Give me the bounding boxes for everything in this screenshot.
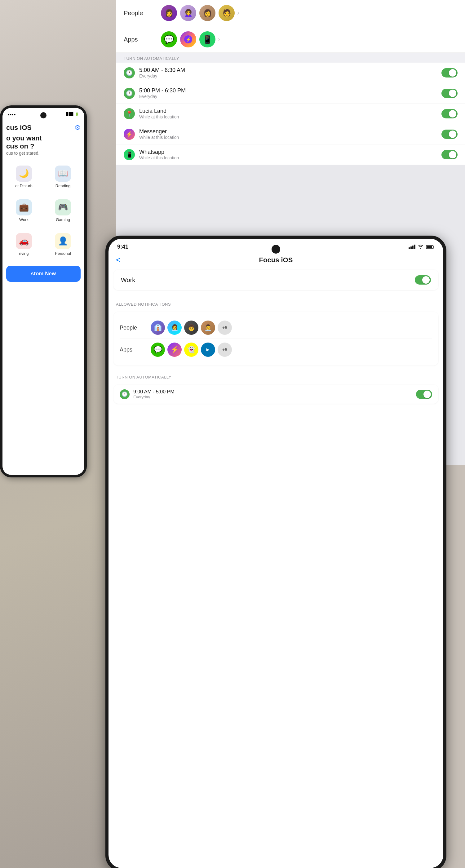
notif-people-label: People — [120, 324, 151, 331]
schedule-text-2: 5:00 PM - 6:30 PM Everyday — [139, 87, 441, 99]
people-row: People 👩 👩‍🦱 👩 🧑 › — [116, 0, 465, 26]
work-toggle[interactable] — [415, 275, 431, 285]
left-phone-title: cus iOS — [6, 124, 32, 132]
custom-new-button[interactable]: stom New — [6, 266, 81, 282]
focus-item-label-work: Work — [19, 217, 29, 222]
left-phone-desc: cus to get stared. — [6, 151, 81, 156]
focus-item-personal[interactable]: 👤 Personal — [45, 229, 81, 259]
biz-avatar-2: 👩‍💼 — [167, 320, 182, 335]
focus-item-reading[interactable]: 📖 Reading — [45, 162, 81, 192]
focus-item-gaming[interactable]: 🎮 Gaming — [45, 196, 81, 226]
people-label: People — [124, 10, 161, 17]
work-row: Work — [114, 270, 438, 290]
focus-item-label-driving: riving — [19, 251, 29, 256]
notif-people-row: People 👔 👩‍💼 👨 👨‍💼 +5 — [120, 317, 432, 339]
auto-section-label: TURN ON AUTOMATICALLY — [116, 375, 172, 379]
bottom-phone-notch — [272, 245, 280, 254]
focus-grid: 🌙 ot Disturb 📖 Reading 💼 Work 🎮 Gaming 🚗 — [6, 162, 81, 259]
messenger-name: Messenger — [139, 128, 441, 135]
auto-card: 🕐 9:00 AM - 5:00 PM Everyday — [114, 385, 438, 404]
auto-time-main: 9:00 AM - 5:00 PM — [133, 389, 416, 395]
focus-item-label-do-not-disturb: ot Disturb — [15, 184, 33, 188]
bottom-phone: 9:41 — [105, 236, 446, 868]
back-button[interactable]: < — [116, 255, 121, 265]
notif-app-messenger: ⚡ — [167, 343, 182, 357]
messenger-text: Messenger While at this location — [139, 128, 441, 140]
left-phone: ●●●● ▊▊▊ 🔋 cus iOS ⚙ o you wantcus on ? … — [0, 105, 87, 477]
avatar-2: 👩‍🦱 — [180, 5, 196, 21]
status-time: 9:41 — [117, 244, 128, 250]
messenger-row: ⚡ Messenger While at this location — [116, 124, 465, 145]
apps-row: Apps 💬 ⚡ — [116, 26, 465, 53]
biz-avatar-3: 👨 — [184, 320, 198, 335]
whatsapp-toggle[interactable] — [441, 150, 458, 159]
gear-icon[interactable]: ⚙ — [74, 124, 81, 132]
messenger-toggle[interactable] — [441, 130, 458, 139]
svg-text:⚡: ⚡ — [186, 37, 191, 42]
focus-item-label-reading: Reading — [56, 184, 70, 188]
messenger-subtitle: While at this location — [139, 135, 441, 140]
lucia-land-name: Lucia Land — [139, 108, 441, 114]
avatar-3: 👩 — [199, 5, 215, 21]
bottom-header: < Focus iOS — [108, 253, 443, 270]
more-arrow-apps[interactable]: › — [218, 35, 220, 43]
status-icons — [409, 244, 435, 250]
focus-item-label-personal: Personal — [55, 251, 71, 256]
auto-time-info: 9:00 AM - 5:00 PM Everyday — [133, 389, 416, 399]
clock-icon-2: 🕐 — [124, 88, 135, 99]
notifications-card: People 👔 👩‍💼 👨 👨‍💼 +5 Apps 💬 ⚡ 👻 — [114, 312, 438, 366]
notif-people-avatars: 👔 👩‍💼 👨 👨‍💼 +5 — [151, 320, 232, 335]
apps-more-badge: +5 — [218, 343, 232, 357]
schedule-toggle-2[interactable] — [441, 89, 458, 98]
apps-icon-row: 💬 ⚡ 📱 — [161, 31, 215, 48]
schedule-time-2: 5:00 PM - 6:30 PM — [139, 87, 441, 94]
schedule-freq-2: Everyday — [139, 94, 441, 99]
lucia-land-text: Lucia Land While at this location — [139, 108, 441, 119]
notif-app-snapchat: 👻 — [184, 343, 198, 357]
notif-app-wechat: 💬 — [151, 343, 165, 357]
people-avatar-row: 👩 👩‍🦱 👩 🧑 — [161, 5, 235, 21]
battery-icon — [426, 245, 435, 249]
left-phone-notch — [40, 112, 46, 118]
schedule-toggle-1[interactable] — [441, 68, 458, 78]
whatsapp-icon: 📱 — [124, 149, 135, 160]
focus-item-driving[interactable]: 🚗 riving — [6, 229, 41, 259]
focus-item-work[interactable]: 💼 Work — [6, 196, 41, 226]
location-icon: 📍 — [124, 108, 135, 119]
clock-icon-1: 🕐 — [124, 67, 135, 79]
allowed-notifications-label: ALLOWED NOTIFICATIONS — [116, 302, 171, 307]
whatsapp-text: Whatsapp While at this location — [139, 149, 441, 160]
messenger-icon: ⚡ — [124, 129, 135, 140]
whatsapp-subtitle: While at this location — [139, 155, 441, 160]
schedule-freq-1: Everyday — [139, 73, 441, 79]
more-arrow-people[interactable]: › — [237, 9, 239, 17]
auto-toggle[interactable] — [416, 390, 432, 399]
whatsapp-name: Whatsapp — [139, 149, 441, 155]
lucia-land-subtitle: While at this location — [139, 114, 441, 119]
notif-apps-label: Apps — [120, 347, 151, 353]
notif-app-linkedin: in — [201, 343, 215, 357]
svg-rect-3 — [427, 246, 432, 248]
svg-text:in: in — [206, 347, 210, 352]
bottom-header-title: Focus iOS — [259, 256, 293, 264]
focus-item-label-gaming: Gaming — [56, 217, 70, 222]
avatar-4: 🧑 — [219, 5, 235, 21]
left-phone-question: o you wantcus on ? — [6, 134, 81, 151]
auto-section: TURN ON AUTOMATICALLY — [108, 368, 443, 382]
turn-on-auto-label: TURN ON AUTOMATICALLY — [124, 56, 179, 61]
focus-item-do-not-disturb[interactable]: 🌙 ot Disturb — [6, 162, 41, 192]
lucia-land-row: 📍 Lucia Land While at this location — [116, 103, 465, 124]
auto-time-sub: Everyday — [133, 395, 416, 399]
turn-on-auto-divider: TURN ON AUTOMATICALLY — [116, 53, 465, 63]
auto-clock-icon: 🕐 — [120, 390, 130, 399]
notif-apps-icons: 💬 ⚡ 👻 in +5 — [151, 343, 232, 357]
people-more-badge: +5 — [218, 320, 232, 335]
lucia-land-toggle[interactable] — [441, 109, 458, 118]
allowed-notifications-section: ALLOWED NOTIFICATIONS — [108, 295, 443, 309]
schedule-row-2: 🕐 5:00 PM - 6:30 PM Everyday — [116, 83, 465, 103]
schedule-time-1: 5:00 AM - 6:30 AM — [139, 67, 441, 73]
schedule-text-1: 5:00 AM - 6:30 AM Everyday — [139, 67, 441, 79]
work-label: Work — [121, 277, 415, 284]
schedule-row-1: 🕐 5:00 AM - 6:30 AM Everyday — [116, 63, 465, 83]
wifi-icon — [418, 244, 424, 250]
